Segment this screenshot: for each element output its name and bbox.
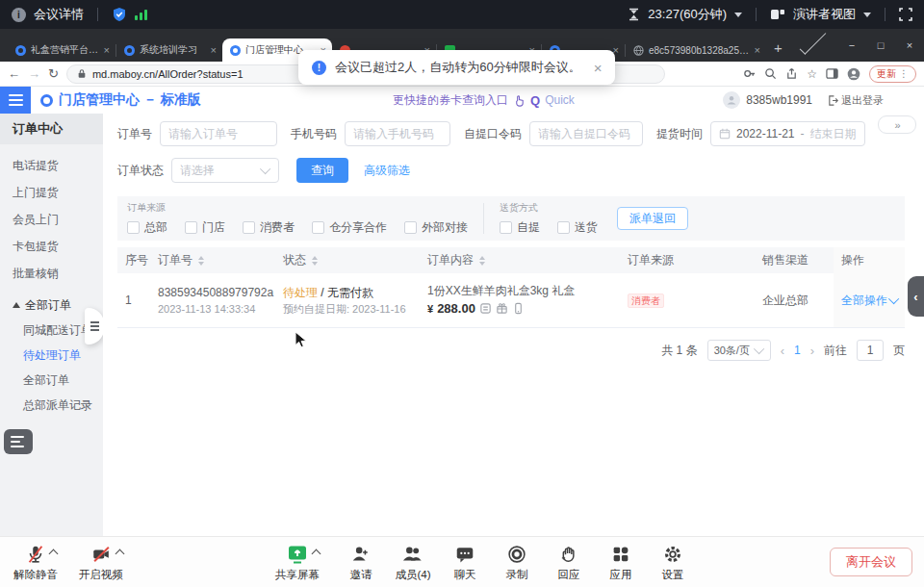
share-options-caret[interactable]	[312, 549, 321, 559]
network-signal-icon[interactable]	[135, 9, 147, 20]
bookmark-star-icon[interactable]: ☆	[807, 68, 817, 80]
layout-view-icon	[770, 8, 785, 21]
sidebar-item-all-orders[interactable]: 全部订单	[0, 368, 103, 393]
checkbox-store[interactable]: 门店	[185, 219, 225, 236]
checkbox-self-pickup[interactable]: 自提	[500, 219, 540, 236]
leave-meeting-button[interactable]: 离开会议	[830, 548, 912, 576]
chrome-update-button[interactable]: 更新 ⋮	[869, 65, 916, 83]
forward-button[interactable]: →	[28, 66, 40, 81]
meeting-info-icon[interactable]: i	[12, 8, 26, 22]
record-button[interactable]: 录制	[487, 542, 547, 582]
checkbox-warehouse-share[interactable]: 仓分享合作	[312, 219, 387, 236]
advanced-filter-link[interactable]: 高级筛选	[364, 163, 410, 179]
sidebar-item-member-visit[interactable]: 会员上门	[0, 206, 103, 233]
phone-input[interactable]	[345, 121, 450, 146]
prev-page-button[interactable]: ‹	[781, 344, 784, 358]
pickup-code-input[interactable]	[529, 121, 643, 146]
filter-collapse-button[interactable]: »	[878, 115, 916, 134]
tab-close-icon[interactable]: ×	[104, 44, 110, 56]
header-content[interactable]: 订单内容	[420, 252, 620, 268]
zoom-icon[interactable]	[764, 67, 777, 80]
gift-icon[interactable]	[496, 302, 508, 315]
password-key-icon[interactable]	[743, 67, 756, 80]
unmute-button[interactable]: 解除静音	[6, 542, 65, 582]
table-row[interactable]: 1 83859345088979792a 2023-11-13 14:33:34…	[117, 273, 905, 328]
floating-list-button[interactable]	[4, 429, 33, 454]
quick-q-link[interactable]: Q	[530, 93, 540, 108]
meeting-details-label[interactable]: 会议详情	[34, 6, 84, 23]
mic-options-caret[interactable]	[49, 549, 59, 559]
all-actions-dropdown[interactable]: 全部操作	[841, 293, 899, 309]
view-dropdown-icon[interactable]	[863, 13, 871, 17]
side-panel-icon[interactable]	[826, 67, 838, 80]
user-avatar[interactable]	[723, 91, 740, 109]
checkbox-hq[interactable]: 总部	[127, 219, 167, 236]
sort-icon[interactable]	[312, 256, 318, 266]
sidebar-toggle-button[interactable]	[0, 87, 31, 114]
share-icon[interactable]	[785, 67, 798, 80]
chat-button[interactable]: 聊天	[435, 542, 495, 582]
person-icon	[726, 94, 737, 106]
tab-search-icon[interactable]	[800, 28, 827, 55]
window-close-button[interactable]: ×	[895, 29, 924, 62]
order-no-input[interactable]	[160, 121, 277, 146]
members-button[interactable]: 成员(4)	[383, 542, 443, 582]
checkbox-delivery[interactable]: 送货	[557, 219, 598, 236]
profile-avatar-icon[interactable]	[847, 67, 860, 81]
view-mode-label[interactable]: 演讲者视图	[793, 6, 856, 23]
dispatch-return-button[interactable]: 派单退回	[617, 207, 688, 230]
back-button[interactable]: ←	[8, 66, 20, 81]
start-video-button[interactable]: 开启视频	[71, 542, 131, 582]
sort-icon[interactable]	[198, 256, 204, 266]
header-status[interactable]: 状态	[275, 252, 420, 268]
header-order-no[interactable]: 订单号	[150, 252, 275, 268]
search-button[interactable]: 查询	[296, 158, 348, 183]
goto-page-input[interactable]	[857, 340, 884, 361]
logout-button[interactable]: 退出登录	[828, 93, 884, 108]
browser-tab[interactable]: 礼盒营销平台管理中心 ×	[8, 38, 116, 62]
next-page-button[interactable]: ›	[810, 344, 814, 358]
invite-button[interactable]: 邀请	[331, 542, 391, 582]
page-size-select[interactable]: 30条/页	[707, 340, 771, 361]
order-status-select[interactable]: 请选择	[171, 158, 279, 183]
sort-icon[interactable]	[479, 256, 485, 266]
receipt-icon[interactable]	[479, 302, 492, 315]
tab-close-icon[interactable]: ×	[211, 44, 217, 56]
browser-tab[interactable]: e8c573980b1328a258fd2e6... ×	[626, 38, 766, 62]
sidebar-section-order-center[interactable]: 订单中心	[0, 114, 103, 144]
row-index: 1	[125, 294, 132, 307]
video-options-caret[interactable]	[115, 549, 124, 559]
fullscreen-icon[interactable]	[899, 8, 912, 21]
sidebar-item-hq-dispatch-log[interactable]: 总部派单记录	[0, 393, 103, 418]
pickup-code-label: 自提口令码	[464, 126, 522, 142]
share-screen-button[interactable]: 共享屏幕	[268, 542, 327, 582]
window-minimize-button[interactable]: −	[837, 29, 866, 62]
sidebar-item-phone-pickup[interactable]: 电话提货	[0, 152, 103, 179]
tab-close-icon[interactable]: ×	[755, 44, 760, 56]
reactions-button[interactable]: 回应	[539, 542, 599, 582]
quick-word[interactable]: Quick	[545, 93, 575, 107]
apps-button[interactable]: 应用	[591, 542, 651, 582]
pickup-time-label: 提货时间	[656, 126, 703, 142]
sidebar-item-card-pickup[interactable]: 卡包提货	[0, 233, 103, 260]
window-maximize-button[interactable]: □	[866, 29, 895, 62]
toast-close-icon[interactable]: ×	[594, 60, 603, 76]
new-tab-button[interactable]: +	[774, 39, 783, 56]
current-page[interactable]: 1	[794, 344, 801, 357]
phone-icon[interactable]	[512, 302, 525, 315]
right-panel-handle[interactable]: ‹	[908, 276, 924, 317]
sidebar-item-door-pickup[interactable]: 上门提货	[0, 179, 103, 206]
settings-button[interactable]: 设置	[643, 542, 703, 582]
sidebar-item-batch-verify[interactable]: 批量核销	[0, 260, 103, 287]
checkbox-external[interactable]: 外部对接	[404, 219, 468, 236]
sidebar-item-pending-orders[interactable]: 待处理订单	[0, 343, 103, 368]
menu-kebab-icon[interactable]: ⋮	[899, 68, 909, 79]
timer-dropdown-icon[interactable]	[734, 13, 742, 17]
date-range-picker[interactable]: 2022-11-21 - 结束日期	[710, 121, 865, 146]
reload-button[interactable]: ↻	[48, 66, 59, 81]
browser-tab[interactable]: 系统培训学习 ×	[116, 38, 222, 62]
security-shield-icon[interactable]	[112, 7, 127, 22]
checkbox-consumer[interactable]: 消费者	[243, 219, 295, 236]
divider	[885, 8, 886, 21]
quick-entry-link[interactable]: 更快捷的券卡查询入口	[393, 92, 508, 109]
